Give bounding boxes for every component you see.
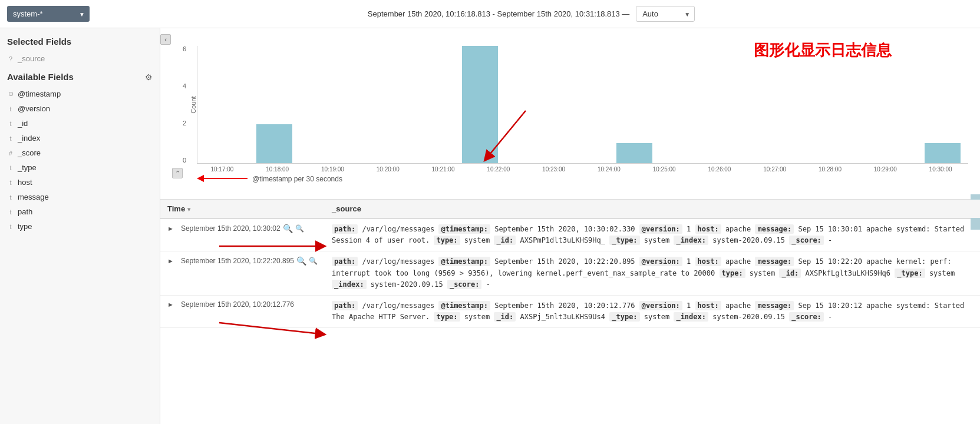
auto-select[interactable]: Auto <box>636 6 695 22</box>
src-key-id-1: _id: <box>779 269 801 278</box>
src-key-ts-2: @timestamp: <box>438 301 490 310</box>
x-label-7: 10:24:00 <box>581 166 636 173</box>
field-item-score[interactable]: # _score <box>0 145 160 160</box>
bar-slot-7 <box>557 46 608 163</box>
table-row: ► September 15th 2020, 10:30:02 🔍 🔍 path… <box>160 218 980 251</box>
time-actions-2: ► September 15th 2020, 10:20:12.776 <box>167 300 318 309</box>
magnify-plus-icon-1[interactable]: 🔍 <box>296 256 306 266</box>
src-key-idx-0: _index: <box>674 236 708 245</box>
y-label-4: 4 <box>183 83 186 90</box>
field-name-type2: type <box>18 222 32 231</box>
field-item-path[interactable]: t path <box>0 204 160 219</box>
expand-btn-2[interactable]: ► <box>167 301 174 308</box>
y-label-2: 2 <box>183 120 186 127</box>
src-key-type-1: type: <box>720 269 745 278</box>
field-item-index[interactable]: t _index <box>0 131 160 145</box>
src-key-ver-2: @version: <box>639 301 682 310</box>
field-name-source: _source <box>18 54 45 63</box>
field-item-timestamp[interactable]: ⊙ @timestamp <box>0 87 160 101</box>
src-key-ver-0: @version: <box>639 224 682 234</box>
bar-slot-10 <box>711 46 763 163</box>
bar-slot-1 <box>249 46 300 163</box>
available-fields-title: Available Fields <box>7 72 145 82</box>
collapse-chart-btn[interactable]: ⌃ <box>172 168 183 178</box>
src-key-path-2: path: <box>332 301 358 310</box>
src-key-score-0: _score: <box>789 236 824 245</box>
y-axis-title: Count <box>190 96 197 113</box>
table-row: ► September 15th 2020, 10:20:12.776 path… <box>160 295 980 327</box>
field-item-host[interactable]: t host <box>0 175 160 190</box>
src-key-itype-0: _type: <box>609 236 639 245</box>
index-selector[interactable]: system-* <box>7 6 90 22</box>
x-label-6: 10:23:00 <box>526 166 582 173</box>
y-axis: 6 4 2 0 <box>183 46 186 164</box>
bar-slot-0 <box>197 46 249 163</box>
field-item-type2[interactable]: t type <box>0 219 160 234</box>
magnify-plus-icon-0[interactable]: 🔍 <box>283 224 293 233</box>
src-val-idx-1: system-2020.09.15 <box>371 280 447 289</box>
src-key-score-1: _score: <box>447 280 482 289</box>
field-name-type: _type <box>18 163 37 172</box>
src-key-idx-1: _index: <box>332 280 367 289</box>
field-name-message: message <box>18 193 49 201</box>
src-val-host-2: apache <box>725 302 755 310</box>
td-source-0: path: /var/log/messages @timestamp: Sept… <box>325 218 980 251</box>
field-item-version[interactable]: t @version <box>0 101 160 116</box>
time-actions-1: ► September 15th 2020, 10:22:20.895 🔍 🔍 <box>167 256 318 266</box>
src-val-type-1: system <box>750 269 780 277</box>
x-labels: 10:17:00 10:18:00 10:19:00 10:20:00 10:2… <box>194 164 968 173</box>
field-item-id[interactable]: t _id <box>0 116 160 131</box>
src-key-id-0: _id: <box>494 236 516 245</box>
results-area[interactable]: Time ▾ _source ► Septe <box>160 199 980 424</box>
src-key-itype-2: _type: <box>609 312 639 322</box>
src-val-idx-0: system-2020.09.15 <box>712 236 789 244</box>
src-key-itype-1: _type: <box>895 269 925 278</box>
src-val-ts-2: September 15th 2020, 10:20:12.776 <box>494 302 639 310</box>
src-key-id-2: _id: <box>494 312 516 322</box>
collapse-sidebar-btn[interactable]: ‹ <box>160 34 171 45</box>
field-name-score: _score <box>18 148 41 157</box>
src-key-idx-2: _index: <box>674 312 708 322</box>
src-val-ver-0: 1 <box>687 225 695 233</box>
bar-slot-3 <box>352 46 403 163</box>
bar-slot-13 <box>866 46 917 163</box>
chart-subtitle-area: ⌃ @timestamp per 30 seconds <box>194 173 968 184</box>
chart-arrow <box>194 173 248 184</box>
chart-wrap: 6 4 2 0 Count <box>172 34 968 164</box>
src-val-host-1: apache <box>725 257 755 266</box>
table-row: ► September 15th 2020, 10:22:20.895 🔍 🔍 … <box>160 251 980 296</box>
field-type-message: t <box>7 194 14 201</box>
time-actions-0: ► September 15th 2020, 10:30:02 🔍 🔍 <box>167 224 318 233</box>
expand-btn-0[interactable]: ► <box>167 225 174 232</box>
src-val-ver-2: 1 <box>687 302 695 310</box>
src-val-score-1: - <box>486 280 490 289</box>
expand-btn-1[interactable]: ► <box>167 257 174 264</box>
auto-select-wrap: Auto <box>636 6 695 22</box>
field-item-source[interactable]: ? _source <box>0 51 160 66</box>
src-val-host-0: apache <box>725 225 755 233</box>
gear-icon[interactable]: ⚙ <box>145 72 153 82</box>
src-key-host-0: host: <box>695 224 721 234</box>
src-val-itype-0: system <box>644 236 674 244</box>
magnify-minus-icon-0[interactable]: 🔍 <box>295 224 304 233</box>
bar-slot-6 <box>506 46 557 163</box>
src-key-ts-0: @timestamp: <box>438 224 490 234</box>
field-type-source: ? <box>7 55 14 62</box>
magnify-minus-icon-1[interactable]: 🔍 <box>309 257 318 265</box>
x-label-5: 10:22:00 <box>471 166 526 173</box>
available-fields-header: Available Fields ⚙ <box>0 66 160 87</box>
src-key-path-1: path: <box>332 257 358 266</box>
sort-icon[interactable]: ▾ <box>187 206 190 213</box>
th-time: Time ▾ <box>160 200 325 218</box>
field-type-path: t <box>7 208 14 216</box>
field-item-type[interactable]: t _type <box>0 160 160 175</box>
field-type-type2: t <box>7 223 14 230</box>
src-key-path-0: path: <box>332 224 358 234</box>
x-label-2: 10:19:00 <box>305 166 361 173</box>
bar-slot-11 <box>763 46 814 163</box>
src-val-path-1: /var/log/messages <box>362 257 438 266</box>
field-type-score: # <box>7 150 14 157</box>
src-val-idx-2: system-2020.09.15 <box>712 313 789 321</box>
field-item-message[interactable]: t message <box>0 190 160 204</box>
x-label-13: 10:30:00 <box>913 166 968 173</box>
